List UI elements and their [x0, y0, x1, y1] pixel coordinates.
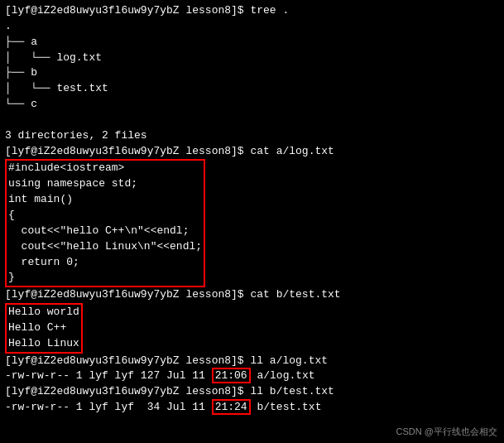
prompt-1: [lyf@iZ2ed8uwyu3fl6uw9y7ybZ lesson8]$	[5, 4, 244, 17]
hello-block: Hello world Hello C++ Hello Linux	[5, 303, 83, 354]
tree-a-log: │ └── log.txt	[5, 51, 499, 66]
code-block: #include<iostream> using namespace std; …	[5, 159, 205, 287]
ll-log-output: -rw-rw-r-- 1 lyf lyf 127 Jul 11 21:06 a/…	[5, 368, 499, 384]
hello-linux: Hello Linux	[8, 336, 79, 352]
code-line-7: return 0;	[8, 255, 202, 271]
tree-c: └── c	[5, 97, 499, 113]
cmd-cat-test: [lyf@iZ2ed8uwyu3fl6uw9y7ybZ lesson8]$ ca…	[5, 287, 499, 303]
tree-a: ├── a	[5, 35, 499, 51]
terminal: [lyf@iZ2ed8uwyu3fl6uw9y7ybZ lesson8]$ tr…	[0, 0, 504, 443]
dir-count: 3 directories, 2 files	[5, 128, 499, 144]
cmd-ll-log: [lyf@iZ2ed8uwyu3fl6uw9y7ybZ lesson8]$ ll…	[5, 354, 499, 369]
code-line-6: cout<<"hello Linux\n"<<endl;	[8, 239, 202, 255]
time-test: 21:24	[212, 399, 251, 415]
cmd-cat-log: [lyf@iZ2ed8uwyu3fl6uw9y7ybZ lesson8]$ ca…	[5, 144, 499, 160]
watermark: CSDN @平行线也会相交	[396, 426, 497, 438]
code-line-3: int main()	[8, 192, 202, 208]
code-line-1: #include<iostream>	[8, 161, 202, 176]
code-line-5: cout<<"hello C++\n"<<endl;	[8, 224, 202, 239]
tree-b: ├── b	[5, 65, 499, 81]
tree-b-test: │ └── test.txt	[5, 81, 499, 97]
hello-cpp: Hello C++	[8, 320, 79, 336]
time-log: 21:06	[212, 368, 251, 383]
hello-world: Hello world	[8, 305, 79, 320]
cmd-tree: [lyf@iZ2ed8uwyu3fl6uw9y7ybZ lesson8]$ tr…	[5, 3, 499, 19]
tree-root: .	[5, 19, 499, 35]
ll-test-output: -rw-rw-r-- 1 lyf lyf 34 Jul 11 21:24 b/t…	[5, 400, 499, 416]
code-line-8: }	[8, 270, 202, 286]
code-line-2: using namespace std;	[8, 176, 202, 192]
blank-1	[5, 113, 499, 128]
code-line-4: {	[8, 208, 202, 224]
cmd-ll-test: [lyf@iZ2ed8uwyu3fl6uw9y7ybZ lesson8]$ ll…	[5, 384, 499, 400]
